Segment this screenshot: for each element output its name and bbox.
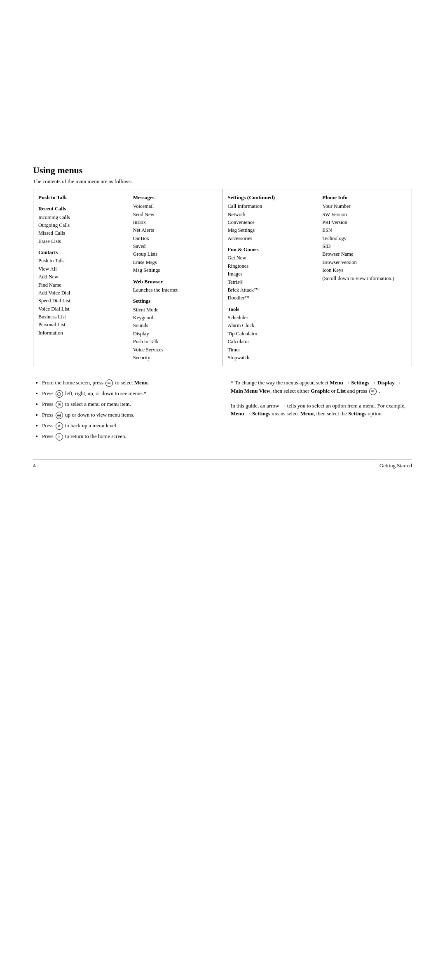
bullet-item-1: From the home screen, press ✉ to select … xyxy=(42,379,214,387)
col1-item: Information xyxy=(38,329,123,337)
col2-item: Send New xyxy=(133,211,218,219)
col2-item: Net Alerts xyxy=(133,226,218,234)
nav-icon: ⨁ xyxy=(56,390,63,398)
menu-col-phone-info: Phone Info Your Number SW Version PRI Ve… xyxy=(317,189,412,366)
col2-sub2: Settings xyxy=(133,297,218,305)
col3-item: Timer xyxy=(228,346,312,354)
col2-item: Erase Msgs xyxy=(133,259,218,266)
bullets-section: From the home screen, press ✉ to select … xyxy=(33,379,412,443)
col1-sub2: Contacts xyxy=(38,249,123,257)
col1-sub1: Recent Calls xyxy=(38,205,123,213)
col3-item: Msg Settings xyxy=(228,226,312,234)
col2-header: Messages xyxy=(133,193,218,202)
section-title: Using menus xyxy=(33,165,412,176)
col1-item: Add New xyxy=(38,273,123,281)
col3-item: Tip Calculator xyxy=(228,330,312,338)
col1-item: Missed Calls xyxy=(38,229,123,237)
col2-item: Silent Mode xyxy=(133,306,218,314)
bullet-item-2: Press ⨁ left, right, up, or down to see … xyxy=(42,389,214,398)
back-icon: ↺ xyxy=(56,422,63,430)
col2-item: Display xyxy=(133,330,218,338)
note-box: * To change the way the menus appear, se… xyxy=(231,379,412,395)
col2-item: Keyguard xyxy=(133,314,218,322)
col2-item: Sounds xyxy=(133,322,218,330)
bullet-item-3: Press ✉ to select a menu or menu item. xyxy=(42,400,214,408)
menu-col-push-to-talk: Push to Talk Recent Calls Incoming Calls… xyxy=(33,189,128,366)
confirm-icon: ✉ xyxy=(369,388,377,395)
col1-item: Voice Dial List xyxy=(38,305,123,313)
col4-item: SW Version xyxy=(322,211,407,219)
col4-item: PRI Version xyxy=(322,219,407,226)
col4-item: SID xyxy=(322,243,407,250)
col1-item: Push to Talk xyxy=(38,257,123,265)
col1-item: Erase Lists xyxy=(38,238,123,245)
col2-item: Push to Talk xyxy=(133,338,218,346)
menu-table: Push to Talk Recent Calls Incoming Calls… xyxy=(33,189,412,366)
col1-item: Incoming Calls xyxy=(38,214,123,221)
col3-item: Brick Attack™ xyxy=(228,286,312,294)
home-icon: ⌂ xyxy=(56,433,63,441)
col2-item: InBox xyxy=(133,219,218,226)
col2-item: OutBox xyxy=(133,235,218,243)
footer: 4 Getting Started xyxy=(33,459,412,469)
col2-item: Security xyxy=(133,354,218,362)
menu-icon: ✉ xyxy=(105,379,113,387)
info-box: In this guide, an arrow → tells you to s… xyxy=(231,402,412,418)
bullets-left: From the home screen, press ✉ to select … xyxy=(33,379,214,443)
col3-item: Ringtones xyxy=(228,262,312,270)
col1-header: Push to Talk xyxy=(38,193,123,202)
col1-item: Outgoing Calls xyxy=(38,221,123,229)
col4-item: Browser Version xyxy=(322,259,407,266)
col1-item: Speed Dial List xyxy=(38,297,123,305)
col4-item: (Scroll down to view information.) xyxy=(322,275,407,283)
col2-item: Msg Settings xyxy=(133,266,218,274)
col4-header: Phone Info xyxy=(322,193,407,202)
col4-item: Your Number xyxy=(322,203,407,210)
col4-item: Browser Name xyxy=(322,250,407,258)
col4-item: Technology xyxy=(322,235,407,243)
col2-item: Group Lists xyxy=(133,250,218,258)
col2-item: Voicemail xyxy=(133,203,218,210)
col3-item: Network xyxy=(228,211,312,219)
nav-icon-2: ⨁ xyxy=(56,412,63,419)
bullet-item-5: Press ↺ to back up a menu level. xyxy=(42,422,214,430)
bullet-list: From the home screen, press ✉ to select … xyxy=(33,379,214,441)
col3-item: Images xyxy=(228,270,312,278)
col1-item: Find Name xyxy=(38,281,123,289)
col2-item: Saved xyxy=(133,243,218,250)
col3-item: Convenience xyxy=(228,219,312,226)
col3-item: Scheduler xyxy=(228,314,312,322)
col3-item: Stopwatch xyxy=(228,354,312,362)
col3-item: Call Information xyxy=(228,203,312,210)
top-space xyxy=(33,25,412,165)
col3-item: Accessories xyxy=(228,235,312,243)
col2-item: Launches the Internet xyxy=(133,286,218,294)
intro-text: The contents of the main menu are as fol… xyxy=(33,178,412,185)
page: Using menus The contents of the main men… xyxy=(0,0,445,980)
col2-item: Voice Services xyxy=(133,346,218,354)
col3-sub1: Fun & Games xyxy=(228,246,312,254)
col3-item: Calculator xyxy=(228,338,312,346)
col3-item: Alarm Clock xyxy=(228,322,312,330)
col2-sub1: Web Browser xyxy=(133,278,218,286)
col1-item: Personal List xyxy=(38,321,123,329)
col1-item: View All xyxy=(38,265,123,273)
page-number: 4 xyxy=(33,462,36,469)
col1-item: Business List xyxy=(38,313,123,321)
menu-col-settings-cont: Settings (Continued) Call Information Ne… xyxy=(223,189,318,366)
menu-col-messages: Messages Voicemail Send New InBox Net Al… xyxy=(128,189,223,366)
bullet-item-4: Press ⨁ up or down to view menu items. xyxy=(42,411,214,419)
col3-item: Doodler™ xyxy=(228,294,312,302)
col3-item: Get New xyxy=(228,254,312,262)
bullets-right: * To change the way the menus appear, se… xyxy=(231,379,412,443)
bullet-item-6: Press ⌂ to return to the home screen. xyxy=(42,432,214,441)
col3-item: Tetris® xyxy=(228,278,312,286)
col3-header: Settings (Continued) xyxy=(228,193,312,202)
col4-item: ESN xyxy=(322,226,407,234)
col1-item: Add Voice Dial xyxy=(38,289,123,297)
section-label: Getting Started xyxy=(379,462,412,469)
select-icon: ✉ xyxy=(56,401,63,408)
col4-item: Icon Keys xyxy=(322,266,407,274)
col3-sub2: Tools xyxy=(228,306,312,313)
